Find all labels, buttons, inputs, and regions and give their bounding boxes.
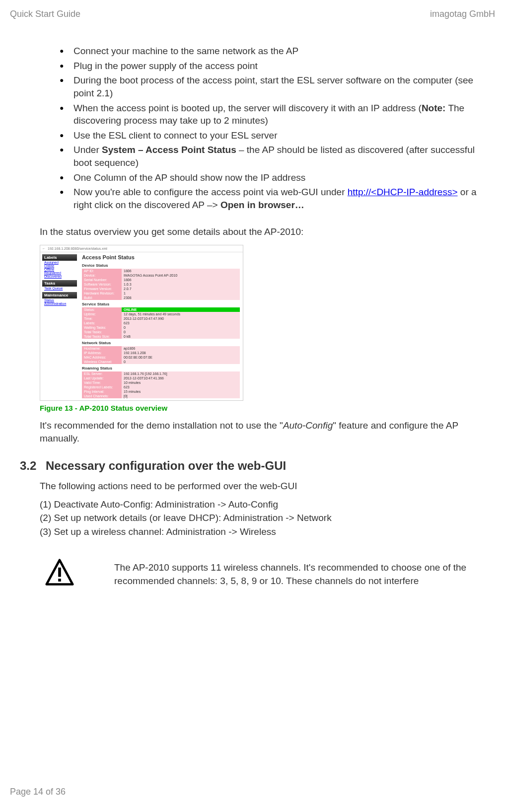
bullet-item: One Column of the AP should show now the… <box>60 171 485 184</box>
warning-block: The AP-2010 supports 11 wireless channel… <box>40 558 485 591</box>
bullet-list: Connect your machine to the same network… <box>60 45 485 212</box>
step-item: (3) Set up a wireless channel: Administr… <box>40 525 485 539</box>
section-intro: The following actions need to be perform… <box>40 481 485 492</box>
figure-sidebar: Labels Assigned Online Offline Registere… <box>40 252 79 400</box>
page-content: Connect your machine to the same network… <box>40 45 485 591</box>
figure-main: Access Point Status Device Status AP ID:… <box>79 252 243 400</box>
section-heading: 3.2Necessary configuration over the web-… <box>20 459 485 473</box>
bullet-item: Plug in the power supply of the access p… <box>60 60 485 73</box>
page-footer: Page 14 of 36 <box>10 787 66 797</box>
bullet-item: When the access point is booted up, the … <box>60 102 485 127</box>
bullet-item: Now you're able to configure the access … <box>60 186 485 211</box>
warning-text: The AP-2010 supports 11 wireless channel… <box>114 561 485 588</box>
step-item: (1) Deactivate Auto-Config: Administrati… <box>40 498 485 512</box>
bullet-item: Use the ESL client to connect to your ES… <box>60 129 485 142</box>
status-intro: In the status overview you get some deta… <box>40 225 485 238</box>
bullet-item: Under System – Access Point Status – the… <box>60 144 485 169</box>
recommend-text: It's recommended for the demo installati… <box>40 419 485 444</box>
dhcp-link[interactable]: http://<DHCP-IP-address> <box>348 187 458 197</box>
header-right: imagotag GmbH <box>430 9 495 19</box>
ap-status-figure: ←192.168.1.208:8080/service/status.xml L… <box>40 245 243 401</box>
steps-list: (1) Deactivate Auto-Config: Administrati… <box>40 498 485 539</box>
warning-icon <box>40 558 114 591</box>
bullet-item: During the boot process of the access po… <box>60 74 485 99</box>
svg-rect-1 <box>58 579 61 582</box>
header-left: Quick Start Guide <box>10 9 80 19</box>
bullet-item: Connect your machine to the same network… <box>60 45 485 58</box>
figure-caption: Figure 13 - AP-2010 Status overview <box>40 404 485 412</box>
browser-addressbar: ←192.168.1.208:8080/service/status.xml <box>40 245 243 252</box>
step-item: (2) Set up network details (or leave DHC… <box>40 511 485 525</box>
svg-rect-0 <box>58 568 61 577</box>
